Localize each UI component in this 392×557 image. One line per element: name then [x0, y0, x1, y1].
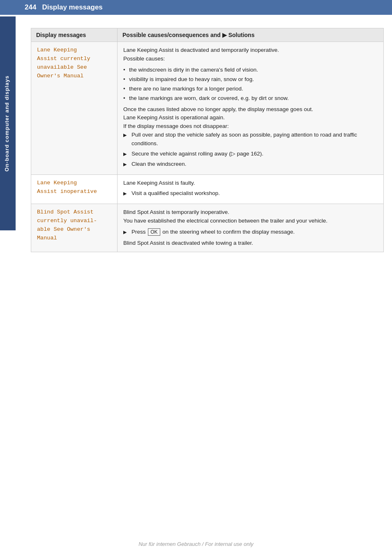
list-item: the windscreen is dirty in the camera's …: [123, 66, 378, 74]
list-item: there are no lane markings for a longer …: [123, 85, 378, 93]
sidebar-label: On-board computer and displays: [0, 16, 13, 230]
list-item: the lane markings are worn, dark or cove…: [123, 94, 378, 103]
middle-text-2: Lane Keeping Assist is operational again…: [123, 114, 378, 122]
message-cell-1: Lane KeepingAssist currentlyunavailable …: [31, 42, 118, 175]
ok-button-label: OK: [148, 228, 160, 236]
final-line: Blind Spot Assist is deactivated while t…: [123, 239, 378, 248]
causes-list-1: the windscreen is dirty in the camera's …: [123, 66, 378, 103]
arrow-item: Pull over and stop the vehicle safely as…: [123, 131, 378, 148]
footer-text: Nur für internen Gebrauch / For internal…: [138, 541, 254, 547]
middle-text-1: Once the causes listed above no longer a…: [123, 105, 378, 114]
footer: Nur für internen Gebrauch / For internal…: [0, 541, 392, 547]
sidebar-accent-bar: [13, 16, 16, 230]
solution-title-2: Lane Keeping Assist is faulty.: [123, 180, 195, 186]
solution-cell-2: Lane Keeping Assist is faulty. Visit a q…: [118, 174, 384, 204]
page-header: 244 Display messages: [0, 0, 392, 15]
solution-line-1: Blind Spot Assist is temporarily inopera…: [123, 208, 378, 217]
solution-line-2: You have established the electrical conn…: [123, 217, 378, 225]
solution-title-1: Lane Keeping Assist is deactivated and t…: [123, 47, 279, 53]
arrow-item-ok: Press OK on the steering wheel to confir…: [123, 228, 378, 237]
middle-text-3: If the display message does not disappea…: [123, 122, 378, 131]
page-number: 244: [25, 3, 36, 12]
arrow-item: Clean the windscreen.: [123, 160, 378, 169]
possible-causes-label: Possible causes:: [123, 56, 165, 62]
main-content: Display messages Possible causes/consequ…: [23, 15, 392, 260]
solution-cell-3: Blind Spot Assist is temporarily inopera…: [118, 204, 384, 252]
table-row: Lane KeepingAssist inoperative Lane Keep…: [31, 174, 384, 204]
arrow-item: Visit a qualified specialist workshop.: [123, 189, 378, 198]
solution-cell-1: Lane Keeping Assist is deactivated and t…: [118, 42, 384, 175]
message-cell-3: Blind Spot Assistcurrently unavail-able …: [31, 204, 118, 252]
message-cell-2: Lane KeepingAssist inoperative: [31, 174, 118, 204]
table-row: Lane KeepingAssist currentlyunavailable …: [31, 42, 384, 175]
arrow-item: Secure the vehicle against rolling away …: [123, 150, 378, 158]
display-messages-table: Display messages Possible causes/consequ…: [31, 28, 384, 252]
table-row: Blind Spot Assistcurrently unavail-able …: [31, 204, 384, 252]
col2-header: Possible causes/consequences and ▶ Solut…: [118, 28, 384, 42]
col1-header: Display messages: [31, 28, 118, 42]
page-title: Display messages: [42, 3, 102, 12]
list-item: visibility is impaired due to heavy rain…: [123, 75, 378, 84]
